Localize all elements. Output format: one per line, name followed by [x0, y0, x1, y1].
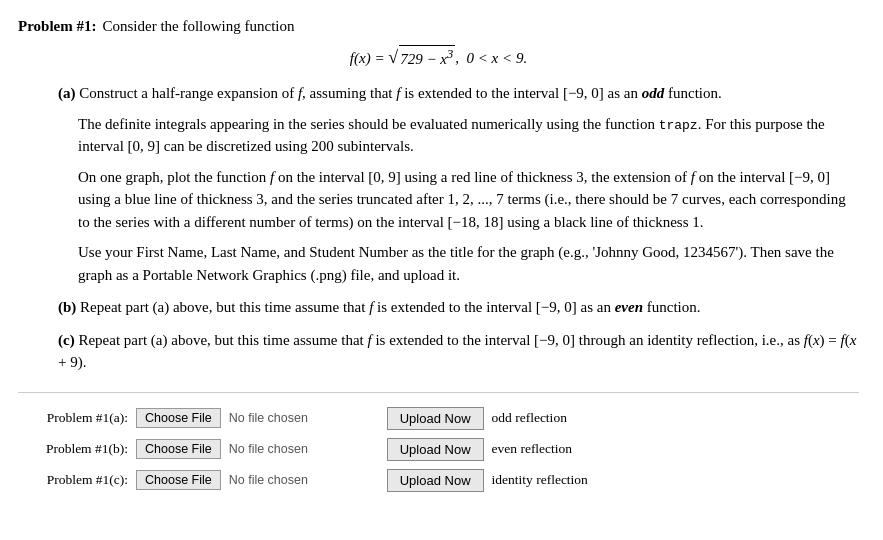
upload-now-a[interactable]: Upload Now [387, 407, 484, 430]
part-a: (a) Construct a half-range expansion of … [58, 82, 859, 286]
choose-file-b[interactable]: Choose File [136, 439, 221, 459]
upload-label-b: Problem #1(b): [18, 441, 128, 457]
upload-row-b: Problem #1(b): Choose File No file chose… [18, 438, 859, 461]
function-display: f(x) = √729 − x3, 0 < x < 9. [18, 45, 859, 68]
problem-header: Problem #1: Consider the following funct… [18, 18, 859, 35]
part-b: (b) Repeat part (a) above, but this time… [58, 296, 859, 319]
reflection-b: even reflection [492, 441, 573, 457]
upload-label-a: Problem #1(a): [18, 410, 128, 426]
upload-row-c: Problem #1(c): Choose File No file chose… [18, 469, 859, 492]
upload-now-b[interactable]: Upload Now [387, 438, 484, 461]
part-a-para2: On one graph, plot the function f on the… [78, 166, 859, 234]
terms-text: terms [507, 191, 540, 207]
part-a-label: (a) [58, 85, 76, 101]
part-b-label: (b) [58, 299, 76, 315]
reflection-c: identity reflection [492, 472, 588, 488]
no-file-b: No file chosen [229, 442, 379, 456]
upload-section: Problem #1(a): Choose File No file chose… [18, 392, 859, 492]
choose-file-c[interactable]: Choose File [136, 470, 221, 490]
part-c-label: (c) [58, 332, 75, 348]
reflection-a: odd reflection [492, 410, 567, 426]
upload-now-c[interactable]: Upload Now [387, 469, 484, 492]
part-c: (c) Repeat part (a) above, but this time… [58, 329, 859, 374]
problem-label: Problem #1: [18, 18, 96, 35]
upload-label-c: Problem #1(c): [18, 472, 128, 488]
choose-file-a[interactable]: Choose File [136, 408, 221, 428]
part-a-para1: The definite integrals appearing in the … [78, 113, 859, 158]
upload-row-a: Problem #1(a): Choose File No file chose… [18, 407, 859, 430]
part-a-para3: Use your First Name, Last Name, and Stud… [78, 241, 859, 286]
problem-intro: Consider the following function [102, 18, 294, 35]
no-file-c: No file chosen [229, 473, 379, 487]
no-file-a: No file chosen [229, 411, 379, 425]
